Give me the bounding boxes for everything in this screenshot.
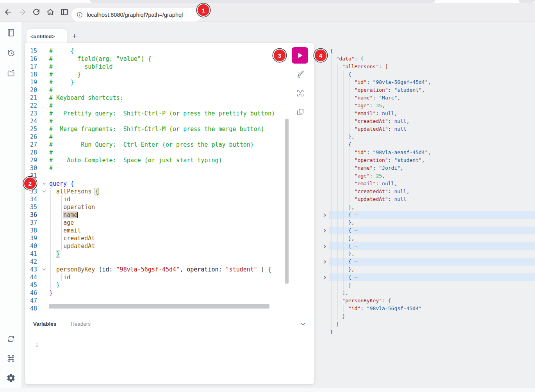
expand-chevron-icon[interactable] (320, 273, 329, 281)
response-line-code: { (329, 141, 535, 149)
refetch-schema-icon[interactable] (6, 334, 16, 344)
line-number: 46 (25, 289, 39, 297)
indent-guide (343, 164, 344, 172)
editor-line[interactable]: 31 (25, 172, 314, 180)
editor-line[interactable]: 26# (25, 133, 314, 141)
url-bar[interactable]: localhost:8080/graphiql?path=/graphql (71, 8, 202, 21)
line-number: 20 (25, 86, 39, 94)
line-number: 16 (25, 55, 39, 63)
editor-line[interactable]: 39 createdAt (25, 234, 314, 242)
add-tab-button[interactable]: + (70, 30, 80, 42)
expand-chevron-icon[interactable] (320, 242, 329, 250)
indent-guide (331, 55, 332, 63)
tab-variables[interactable]: Variables (33, 321, 56, 327)
editor-line[interactable]: 24# (25, 117, 314, 125)
back-icon[interactable] (4, 7, 13, 17)
editor-line[interactable]: 45 } (25, 281, 314, 289)
editor-line[interactable]: 29# Auto Complete: Space (or just start … (25, 156, 314, 164)
editor-line[interactable]: 17# subField (25, 63, 314, 71)
editor-line[interactable]: 25# Merge fragments: Shift-Ctrl-M (or pr… (25, 125, 314, 133)
merge-fragments-icon[interactable] (296, 89, 305, 98)
response-line: { (320, 47, 535, 55)
editor-line[interactable]: 35 operation (25, 203, 314, 211)
expand-chevron-icon[interactable] (320, 227, 329, 234)
editor-line[interactable]: 36 name (25, 211, 314, 219)
response-collapsed-row[interactable]: { ⋯ (320, 211, 535, 219)
indent-guide (331, 86, 332, 94)
editor-line[interactable]: 22# (25, 102, 314, 110)
line-number: 34 (25, 195, 39, 203)
response-collapsed-row[interactable]: { ⋯ (320, 227, 535, 234)
editor-line[interactable]: 23# Prettify query: Shift-Ctrl-P (or pre… (25, 110, 314, 117)
history-icon[interactable] (6, 48, 16, 58)
fold-chevron-icon[interactable] (39, 188, 49, 195)
expand-chevron-icon[interactable] (320, 258, 329, 266)
fold-gutter (39, 71, 49, 78)
tab-headers[interactable]: Headers (71, 321, 91, 327)
editor-line-code: # Auto Complete: Space (or just start ty… (49, 156, 314, 164)
response-line-code: { ⋯ (329, 211, 535, 219)
editor-line[interactable]: 40 updatedAt (25, 242, 314, 250)
fold-chevron-icon[interactable] (39, 180, 49, 188)
editor-line[interactable]: 47 (25, 297, 314, 305)
editor-horizontal-scrollbar[interactable] (49, 304, 269, 309)
line-number: 48 (25, 305, 39, 312)
editor-line[interactable]: 27# Run Query: Ctrl-Enter (or press the … (25, 141, 314, 149)
execute-query-button[interactable] (292, 47, 308, 64)
editor-line[interactable]: 20# (25, 86, 314, 94)
prettify-icon[interactable] (296, 70, 305, 80)
response-line-code: "age": 25, (329, 172, 535, 180)
settings-gear-icon[interactable] (6, 373, 16, 383)
keyboard-shortcuts-icon[interactable] (6, 354, 16, 363)
editor-line[interactable]: 33 allPersons { (25, 188, 314, 195)
fold-chevron-icon[interactable] (39, 266, 49, 273)
response-line-code: "operation": "student", (329, 86, 535, 94)
query-editor[interactable]: 15# {16# field(arg: "value") {17# subFie… (25, 47, 314, 312)
response-collapsed-row[interactable]: { ⋯ (320, 258, 535, 266)
fold-gutter (320, 328, 329, 336)
editor-line-code (49, 297, 314, 305)
indent-guide (350, 180, 350, 188)
editor-line[interactable]: 21# Keyboard shortcuts: (25, 94, 314, 102)
editor-line[interactable]: 38 email (25, 227, 314, 234)
editor-line[interactable]: 15# { (25, 47, 314, 55)
editor-line[interactable]: 42 (25, 258, 314, 266)
info-icon[interactable] (76, 11, 83, 18)
forward-icon[interactable] (18, 7, 27, 17)
editor-line[interactable]: 30# (25, 164, 314, 172)
editor-line[interactable]: 46} (25, 289, 314, 297)
expand-chevron-icon[interactable] (320, 211, 329, 219)
response-line: "age": 25, (320, 172, 535, 180)
editor-line[interactable]: 37 age (25, 219, 314, 227)
reload-icon[interactable] (32, 7, 41, 17)
editor-line[interactable]: 32query { (25, 180, 314, 188)
editor-line[interactable]: 19# } (25, 78, 314, 86)
editor-line[interactable]: 18# } (25, 71, 314, 78)
side-panel-icon[interactable] (60, 7, 69, 17)
editor-line[interactable]: 43 personByKey (id: "98vla-56gsf-45d4", … (25, 266, 314, 273)
response-line-code: "id": "98vla-56gsf-45d4", (329, 78, 535, 86)
response-line-code: { ⋯ (329, 258, 535, 266)
response-line-code: "createdAt": null, (329, 117, 535, 125)
folder-new-icon[interactable] (6, 69, 16, 78)
indent-guide (337, 266, 338, 273)
chevron-down-icon[interactable] (300, 321, 307, 328)
response-collapsed-row[interactable]: { ⋯ (320, 273, 535, 281)
session-tab[interactable]: <untitled> (27, 29, 67, 43)
editor-line[interactable]: 34 id (25, 195, 314, 203)
copy-query-icon[interactable] (296, 107, 305, 117)
editor-line[interactable]: 16# field(arg: "value") { (25, 55, 314, 63)
annotation-badge-2: 2 (24, 177, 36, 189)
editor-line-code: query { (49, 180, 314, 188)
response-collapsed-row[interactable]: { ⋯ (320, 242, 535, 250)
editor-vertical-scrollbar[interactable] (285, 119, 289, 284)
indent-guide (337, 172, 338, 180)
editor-line[interactable]: 44 id (25, 273, 314, 281)
url-text[interactable]: localhost:8080/graphiql?path=/graphql (87, 12, 183, 18)
editor-line[interactable]: 28# (25, 149, 314, 156)
home-icon[interactable] (46, 7, 55, 17)
response-line: } (320, 312, 535, 320)
editor-line-code: # subField (49, 63, 314, 71)
editor-line[interactable]: 41 } (25, 250, 314, 258)
docs-icon[interactable] (6, 28, 16, 37)
